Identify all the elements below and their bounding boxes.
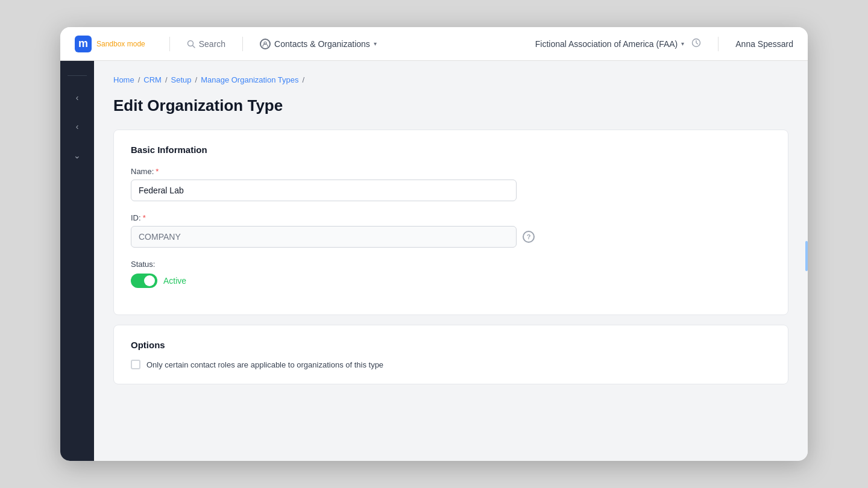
breadcrumb-sep-2: / [165, 75, 168, 84]
basic-info-title: Basic Information [131, 145, 771, 155]
search-button[interactable]: Search [180, 36, 233, 52]
name-group: Name: * [131, 167, 771, 201]
breadcrumb-setup[interactable]: Setup [171, 75, 192, 84]
contacts-nav-button[interactable]: Contacts & Organizations ▾ [253, 35, 384, 53]
breadcrumb-home[interactable]: Home [113, 75, 134, 84]
page-title: Edit Organization Type [113, 96, 788, 115]
breadcrumb-manage[interactable]: Manage Organization Types [201, 75, 298, 84]
org-name: Fictional Association of America (FAA) [535, 39, 678, 49]
breadcrumb-crm[interactable]: CRM [143, 75, 162, 84]
sidebar-item-chevron-down[interactable]: ⌄ [65, 143, 89, 167]
nav-logo[interactable]: m Sandbox mode [75, 36, 145, 52]
breadcrumb-sep-4: / [303, 75, 305, 84]
status-group: Status: Active [131, 260, 771, 288]
basic-info-card: Basic Information Name: * ID: * [113, 130, 788, 315]
clock-icon[interactable] [691, 38, 701, 50]
top-nav: m Sandbox mode Search Contacts & Organiz… [60, 27, 808, 61]
sidebar-item-chevron-left-1[interactable]: ‹ [65, 86, 89, 110]
search-icon [187, 40, 195, 48]
help-icon[interactable]: ? [523, 231, 535, 243]
status-toggle[interactable] [131, 274, 157, 288]
main-layout: ‹ ‹ ⌄ Home / CRM / Setup / Manage Organi… [60, 61, 808, 461]
checkbox-row: Only certain contact roles are applicabl… [131, 360, 771, 369]
nav-divider-1 [169, 37, 170, 51]
chevron-down-icon: ⌄ [74, 151, 81, 160]
content-area: Home / CRM / Setup / Manage Organization… [94, 61, 808, 461]
nav-divider-2 [242, 37, 243, 51]
org-chevron-icon: ▾ [681, 40, 684, 47]
toggle-row: Active [131, 274, 771, 288]
sandbox-badge: Sandbox mode [96, 40, 145, 48]
search-label: Search [199, 39, 225, 49]
id-required-star: * [143, 213, 146, 222]
options-title: Options [131, 340, 771, 350]
svg-line-1 [192, 45, 195, 48]
chevron-left-icon-2: ‹ [76, 122, 79, 131]
breadcrumb-sep-1: / [138, 75, 140, 84]
id-label: ID: * [131, 213, 771, 222]
user-name: Anna Spessard [735, 39, 793, 49]
status-active-label: Active [163, 276, 186, 286]
status-label: Status: [131, 260, 771, 269]
name-label: Name: * [131, 167, 771, 176]
name-required-star: * [156, 167, 159, 176]
sidebar-item-chevron-left-2[interactable]: ‹ [65, 114, 89, 139]
contact-roles-checkbox[interactable] [131, 360, 140, 369]
nav-divider-3 [718, 37, 719, 51]
sidebar: ‹ ‹ ⌄ [60, 61, 94, 461]
contacts-icon [260, 39, 271, 49]
logo-icon: m [75, 36, 92, 52]
toggle-slider [131, 274, 157, 288]
contacts-nav-label: Contacts & Organizations [274, 39, 370, 49]
name-input[interactable] [131, 180, 517, 201]
sidebar-divider-1 [68, 75, 87, 76]
org-selector[interactable]: Fictional Association of America (FAA) ▾ [535, 39, 685, 49]
id-group: ID: * ? [131, 213, 771, 248]
breadcrumb-sep-3: / [195, 75, 198, 84]
chevron-left-icon-1: ‹ [76, 93, 79, 102]
breadcrumb: Home / CRM / Setup / Manage Organization… [113, 75, 788, 84]
options-card: Options Only certain contact roles are a… [113, 325, 788, 384]
scroll-indicator [805, 241, 808, 271]
checkbox-label: Only certain contact roles are applicabl… [146, 360, 383, 369]
id-input[interactable] [131, 226, 517, 248]
contacts-chevron-icon: ▾ [374, 40, 377, 47]
id-row: ? [131, 226, 771, 248]
